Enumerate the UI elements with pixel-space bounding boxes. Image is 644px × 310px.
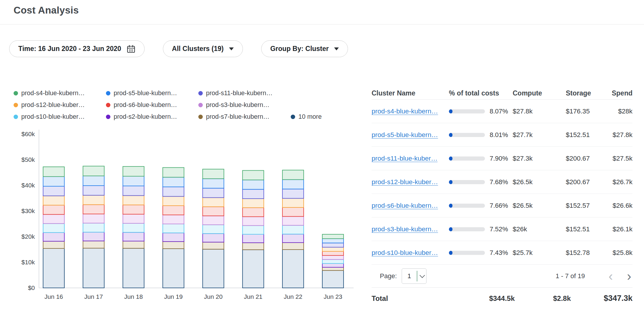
bar-segment[interactable] <box>282 225 304 234</box>
bar-segment[interactable] <box>203 198 224 207</box>
bar-segment[interactable] <box>243 189 264 199</box>
bar-segment[interactable] <box>83 186 104 195</box>
bar-segment[interactable] <box>243 225 264 234</box>
bar-segment[interactable] <box>83 205 104 214</box>
bar-segment[interactable] <box>282 207 304 217</box>
bar-segment[interactable] <box>123 196 144 205</box>
bar-segment[interactable] <box>203 188 224 198</box>
cluster-link[interactable]: prod-s6-blue-kubern… <box>372 202 449 210</box>
bar-segment[interactable] <box>163 215 184 224</box>
bar-segment[interactable] <box>282 170 304 179</box>
bar-segment[interactable] <box>43 177 64 186</box>
bar-segment[interactable] <box>163 242 184 249</box>
bar-segment[interactable] <box>322 255 344 260</box>
prev-page-chevron-icon[interactable]: ‹ <box>609 270 613 283</box>
bar-segment[interactable] <box>322 271 344 288</box>
bar-segment[interactable] <box>282 250 304 288</box>
bar-segment[interactable] <box>163 206 184 215</box>
bar-segment[interactable] <box>282 234 304 243</box>
bar-segment[interactable] <box>203 207 224 216</box>
bar-segment[interactable] <box>163 249 184 288</box>
bar-segment[interactable] <box>43 224 64 233</box>
bar-segment[interactable] <box>243 180 264 189</box>
bar-segment[interactable] <box>282 198 304 207</box>
bar-segment[interactable] <box>322 247 344 251</box>
bar-segment[interactable] <box>203 234 224 242</box>
col-header-pct-of-total[interactable]: % of total costs <box>449 89 513 97</box>
group-by-filter[interactable]: Group By: Cluster <box>261 40 348 57</box>
bar-segment[interactable] <box>123 186 144 196</box>
bar-segment[interactable] <box>83 223 104 232</box>
bar-segment[interactable] <box>282 189 304 198</box>
bar-segment[interactable] <box>83 195 104 205</box>
bar-segment[interactable] <box>322 251 344 255</box>
time-range-filter[interactable]: Time: 16 Jun 2020 - 23 Jun 2020 <box>9 40 145 57</box>
legend-item[interactable]: 10 more <box>291 111 358 123</box>
bar-segment[interactable] <box>203 242 224 249</box>
bar-segment[interactable] <box>322 267 344 271</box>
bar-segment[interactable] <box>243 208 264 217</box>
bar-segment[interactable] <box>123 248 144 288</box>
bar-segment[interactable] <box>322 239 344 243</box>
bar-segment[interactable] <box>83 176 104 186</box>
bar-segment[interactable] <box>123 166 144 176</box>
bar-segment[interactable] <box>83 232 104 241</box>
bar-segment[interactable] <box>163 177 184 187</box>
bar-segment[interactable] <box>243 217 264 225</box>
legend-item[interactable]: prod-s4-blue-kubern… <box>14 87 106 99</box>
bar-segment[interactable] <box>322 263 344 267</box>
bar-segment[interactable] <box>123 232 144 241</box>
bar-segment[interactable] <box>83 166 104 176</box>
bar-segment[interactable] <box>43 186 64 196</box>
legend-item[interactable]: prod-s5-blue-kubern… <box>106 87 198 99</box>
page-select[interactable]: 1 <box>402 268 426 284</box>
bar-segment[interactable] <box>43 196 64 205</box>
cluster-link[interactable]: prod-s11-blue-kuber… <box>372 155 449 162</box>
legend-item[interactable]: prod-s2-blue-kubern… <box>106 111 198 123</box>
col-header-storage[interactable]: Storage <box>566 89 612 97</box>
bar-segment[interactable] <box>123 176 144 186</box>
cluster-link[interactable]: prod-s10-blue-kuber… <box>372 249 449 257</box>
bar-segment[interactable] <box>83 241 104 248</box>
bar-segment[interactable] <box>243 250 264 288</box>
bar-segment[interactable] <box>43 248 64 288</box>
bar-segment[interactable] <box>123 223 144 233</box>
legend-item[interactable]: prod-s7-blue-kubern… <box>198 111 291 123</box>
bar-segment[interactable] <box>243 170 264 180</box>
bar-segment[interactable] <box>43 233 64 241</box>
bar-segment[interactable] <box>322 243 344 247</box>
cluster-link[interactable]: prod-s3-blue-kubern… <box>372 225 449 233</box>
clusters-filter[interactable]: All Clusters (19) <box>163 40 243 57</box>
bar-segment[interactable] <box>123 241 144 248</box>
bar-segment[interactable] <box>203 225 224 234</box>
bar-segment[interactable] <box>123 214 144 223</box>
bar-segment[interactable] <box>243 243 264 250</box>
col-header-spend[interactable]: Spend <box>612 89 632 97</box>
bar-segment[interactable] <box>243 199 264 208</box>
legend-item[interactable]: prod-s11-blue-kubern… <box>198 87 291 99</box>
bar-segment[interactable] <box>203 216 224 225</box>
bar-segment[interactable] <box>123 205 144 214</box>
bar-segment[interactable] <box>43 205 64 214</box>
bar-segment[interactable] <box>163 168 184 177</box>
next-page-chevron-icon[interactable]: › <box>627 270 631 283</box>
col-header-cluster-name[interactable]: Cluster Name <box>372 89 449 97</box>
legend-item[interactable]: prod-s12-blue-kuber… <box>14 99 106 111</box>
cluster-link[interactable]: prod-s4-blue-kubern… <box>372 108 449 115</box>
bar-segment[interactable] <box>203 249 224 288</box>
cluster-link[interactable]: prod-s5-blue-kubern… <box>372 131 449 139</box>
bar-segment[interactable] <box>322 260 344 263</box>
bar-segment[interactable] <box>243 234 264 243</box>
legend-item[interactable]: prod-s6-blue-kubern… <box>106 99 198 111</box>
bar-segment[interactable] <box>163 196 184 205</box>
col-header-compute[interactable]: Compute <box>513 89 566 97</box>
bar-segment[interactable] <box>43 241 64 248</box>
bar-segment[interactable] <box>282 179 304 189</box>
bar-segment[interactable] <box>203 169 224 179</box>
bar-segment[interactable] <box>43 167 64 177</box>
bar-segment[interactable] <box>203 179 224 188</box>
legend-item[interactable]: prod-s10-blue-kuber… <box>14 111 106 123</box>
bar-segment[interactable] <box>83 214 104 223</box>
bar-segment[interactable] <box>43 215 64 224</box>
bar-segment[interactable] <box>282 243 304 250</box>
